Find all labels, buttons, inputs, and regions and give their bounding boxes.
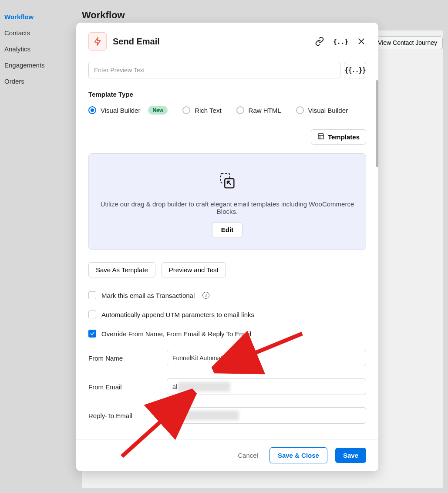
send-email-modal: Send Email {..} {{..}} Template Type [76, 23, 378, 471]
sidebar-item-analytics[interactable]: Analytics [4, 41, 74, 57]
override-checkbox[interactable] [88, 330, 96, 338]
page-title: Workflow [82, 10, 125, 21]
merge-tags-icon[interactable]: {..} [336, 37, 345, 46]
modal-header: Send Email {..} [76, 23, 378, 54]
modal-footer: Cancel Save & Close Save [76, 439, 378, 471]
modal-body: {{..}} Template Type Visual Builder New … [76, 54, 378, 439]
sidebar-item-workflow[interactable]: Workflow [4, 9, 74, 25]
preview-text-input[interactable] [88, 62, 340, 78]
modal-title: Send Email [113, 37, 160, 47]
save-button[interactable]: Save [335, 448, 366, 463]
override-label: Override From Name, From Email & Reply T… [101, 330, 251, 338]
from-name-input[interactable] [167, 350, 366, 366]
sidebar: Workflow Contacts Analytics Engagements … [0, 9, 74, 89]
preview-and-test-button[interactable]: Preview and Test [162, 262, 226, 277]
sidebar-item-engagements[interactable]: Engagements [4, 57, 74, 73]
save-as-template-button[interactable]: Save As Template [88, 262, 155, 277]
template-option-raw-html[interactable]: Raw HTML [236, 106, 281, 114]
from-name-label: From Name [88, 355, 167, 362]
from-email-label: From Email [88, 383, 167, 391]
template-option-rich-text[interactable]: Rich Text [182, 106, 221, 114]
template-option-visual-builder[interactable]: Visual Builder [296, 106, 348, 114]
view-contact-journey-button[interactable]: View Contact Journey [372, 36, 443, 49]
builder-preview-panel: Utilize our drag & drop builder to craft… [88, 153, 366, 250]
template-option-visual-builder-new[interactable]: Visual Builder New [88, 106, 168, 115]
new-badge: New [148, 106, 168, 115]
insert-merge-tag-button[interactable]: {{..}} [344, 62, 366, 78]
sidebar-item-contacts[interactable]: Contacts [4, 25, 74, 41]
templates-icon [317, 133, 324, 141]
drag-drop-icon [217, 186, 237, 192]
template-type-options: Visual Builder New Rich Text Raw HTML Vi… [88, 106, 366, 115]
template-type-label: Template Type [88, 91, 366, 98]
templates-button[interactable]: Templates [311, 129, 366, 145]
link-icon[interactable] [315, 37, 324, 46]
cancel-button[interactable]: Cancel [234, 449, 262, 462]
transactional-label: Mark this email as Transactional [101, 292, 195, 299]
scrollbar[interactable] [376, 80, 378, 167]
utm-checkbox[interactable] [88, 311, 96, 318]
save-and-close-button[interactable]: Save & Close [269, 447, 327, 463]
reply-to-label: Reply-To Email [88, 412, 167, 419]
sidebar-item-orders[interactable]: Orders [4, 73, 74, 89]
close-icon[interactable] [357, 37, 366, 46]
send-email-icon [88, 32, 107, 51]
info-icon[interactable]: i [202, 292, 209, 299]
edit-template-button[interactable]: Edit [212, 222, 243, 237]
svg-rect-2 [318, 134, 323, 139]
builder-description: Utilize our drag & drop builder to craft… [96, 200, 359, 215]
transactional-checkbox[interactable] [88, 291, 96, 299]
utm-label: Automatically append UTM parameters to e… [101, 311, 254, 318]
